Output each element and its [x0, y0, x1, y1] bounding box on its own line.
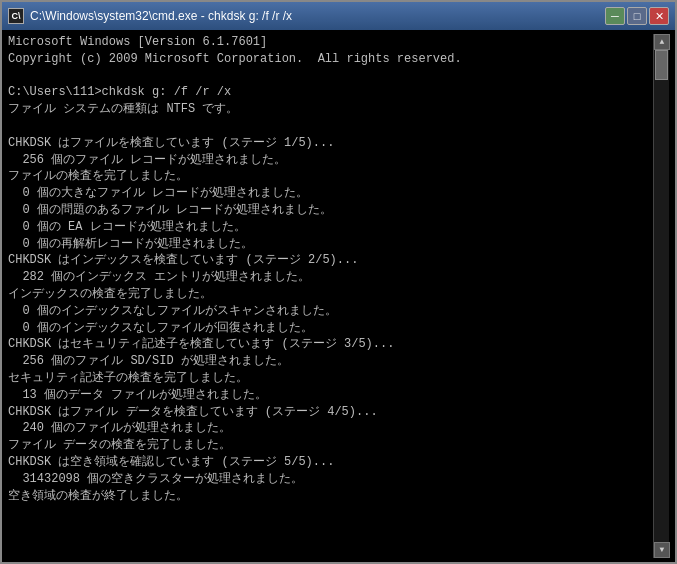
- terminal-line: CHKDSK はインデックスを検査しています (ステージ 2/5)...: [8, 252, 649, 269]
- terminal-line: CHKDSK はファイル データを検査しています (ステージ 4/5)...: [8, 404, 649, 421]
- window-title: C:\Windows\system32\cmd.exe - chkdsk g: …: [30, 9, 292, 23]
- terminal-line: CHKDSK はファイルを検査しています (ステージ 1/5)...: [8, 135, 649, 152]
- title-bar-left: C\ C:\Windows\system32\cmd.exe - chkdsk …: [8, 8, 292, 24]
- terminal-line: ファイルの検査を完了しました。: [8, 168, 649, 185]
- terminal-line: ファイル データの検査を完了しました。: [8, 437, 649, 454]
- cmd-window: C\ C:\Windows\system32\cmd.exe - chkdsk …: [0, 0, 677, 564]
- terminal-line: ファイル システムの種類は NTFS です。: [8, 101, 649, 118]
- terminal-line: Microsoft Windows [Version 6.1.7601]: [8, 34, 649, 51]
- scrollbar-thumb[interactable]: [655, 50, 668, 80]
- terminal-line: 31432098 個の空きクラスターが処理されました。: [8, 471, 649, 488]
- window-icon: C\: [8, 8, 24, 24]
- terminal-line: インデックスの検査を完了しました。: [8, 286, 649, 303]
- terminal-content[interactable]: Microsoft Windows [Version 6.1.7601]Copy…: [8, 34, 653, 558]
- terminal-line: Copyright (c) 2009 Microsoft Corporation…: [8, 51, 649, 68]
- close-button[interactable]: ✕: [649, 7, 669, 25]
- window-controls: ─ □ ✕: [605, 7, 669, 25]
- terminal-line: 0 個の再解析レコードが処理されました。: [8, 236, 649, 253]
- minimize-button[interactable]: ─: [605, 7, 625, 25]
- terminal-line: 256 個のファイル レコードが処理されました。: [8, 152, 649, 169]
- terminal-line: [8, 118, 649, 135]
- terminal-line: 282 個のインデックス エントリが処理されました。: [8, 269, 649, 286]
- terminal-line: セキュリティ記述子の検査を完了しました。: [8, 370, 649, 387]
- terminal-line: 0 個の問題のあるファイル レコードが処理されました。: [8, 202, 649, 219]
- scroll-up-button[interactable]: ▲: [654, 34, 670, 50]
- scroll-down-button[interactable]: ▼: [654, 542, 670, 558]
- terminal-line: 240 個のファイルが処理されました。: [8, 420, 649, 437]
- scrollbar-track[interactable]: [654, 50, 669, 542]
- terminal-line: 256 個のファイル SD/SID が処理されました。: [8, 353, 649, 370]
- terminal-line: 0 個の大きなファイル レコードが処理されました。: [8, 185, 649, 202]
- terminal-line: 13 個のデータ ファイルが処理されました。: [8, 387, 649, 404]
- terminal-line: CHKDSK はセキュリティ記述子を検査しています (ステージ 3/5)...: [8, 336, 649, 353]
- scrollbar[interactable]: ▲ ▼: [653, 34, 669, 558]
- maximize-button[interactable]: □: [627, 7, 647, 25]
- terminal-line: 空き領域の検査が終了しました。: [8, 488, 649, 505]
- terminal-body: Microsoft Windows [Version 6.1.7601]Copy…: [2, 30, 675, 562]
- terminal-line: 0 個の EA レコードが処理されました。: [8, 219, 649, 236]
- terminal-line: CHKDSK は空き領域を確認しています (ステージ 5/5)...: [8, 454, 649, 471]
- terminal-line: C:\Users\111>chkdsk g: /f /r /x: [8, 84, 649, 101]
- terminal-line: 0 個のインデックスなしファイルがスキャンされました。: [8, 303, 649, 320]
- title-bar: C\ C:\Windows\system32\cmd.exe - chkdsk …: [2, 2, 675, 30]
- terminal-line: [8, 68, 649, 85]
- terminal-line: 0 個のインデックスなしファイルが回復されました。: [8, 320, 649, 337]
